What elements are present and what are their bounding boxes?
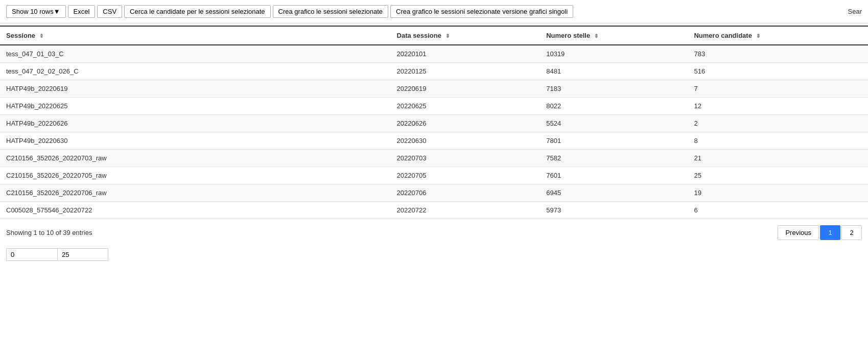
sort-data-icon: ⇕ (445, 33, 450, 39)
cell-data_sessione: 20220619 (391, 80, 541, 98)
cell-numero_candidate: 8 (688, 132, 868, 150)
pagination: Previous 1 2 (778, 225, 862, 240)
data-table: Sessione ⇕ Data sessione ⇕ Numero stelle… (0, 26, 868, 219)
cell-sessione: C005028_575546_20220722 (0, 202, 391, 219)
cell-data_sessione: 20220125 (391, 63, 541, 80)
page-2-button[interactable]: 2 (841, 225, 862, 240)
table-row: tess_047_02_02_026_C202201258481516 (0, 63, 868, 80)
table-body: tess_047_01_03_C2022010110319783tess_047… (0, 45, 868, 219)
cell-data_sessione: 20220703 (391, 150, 541, 167)
cell-sessione: C210156_352026_20220705_raw (0, 167, 391, 184)
col-data-sessione[interactable]: Data sessione ⇕ (391, 26, 541, 45)
cell-sessione: HATP49b_20220626 (0, 115, 391, 132)
cell-numero_stelle: 10319 (540, 45, 688, 63)
cell-data_sessione: 20220101 (391, 45, 541, 63)
cerca-button[interactable]: Cerca le candidate per le sessioni selez… (124, 5, 271, 18)
search-label: Sear (848, 8, 862, 15)
sort-stelle-icon: ⇕ (594, 33, 598, 39)
cell-numero_stelle: 8481 (540, 63, 688, 80)
cell-numero_candidate: 25 (688, 167, 868, 184)
cell-sessione: C210156_352026_20220703_raw (0, 150, 391, 167)
table-row: HATP49b_202206262022062655242 (0, 115, 868, 132)
table-row: HATP49b_2022062520220625802212 (0, 98, 868, 115)
cell-numero_candidate: 12 (688, 98, 868, 115)
cell-sessione: tess_047_02_02_026_C (0, 63, 391, 80)
cell-data_sessione: 20220625 (391, 98, 541, 115)
cell-numero_candidate: 19 (688, 184, 868, 202)
table-row: C210156_352026_20220705_raw2022070576012… (0, 167, 868, 184)
range-to-input[interactable] (57, 248, 108, 261)
page-1-button[interactable]: 1 (820, 225, 840, 240)
csv-button[interactable]: CSV (97, 5, 122, 18)
cell-sessione: tess_047_01_03_C (0, 45, 391, 63)
showing-text: Showing 1 to 10 of 39 entries (6, 229, 92, 236)
cell-numero_stelle: 6945 (540, 184, 688, 202)
cell-sessione: HATP49b_20220619 (0, 80, 391, 98)
cell-numero_stelle: 7183 (540, 80, 688, 98)
cell-numero_stelle: 7582 (540, 150, 688, 167)
table-row: C005028_575546_202207222022072259736 (0, 202, 868, 219)
cell-data_sessione: 20220706 (391, 184, 541, 202)
excel-button[interactable]: Excel (68, 5, 96, 18)
cell-data_sessione: 20220626 (391, 115, 541, 132)
col-sessione[interactable]: Sessione ⇕ (0, 26, 391, 45)
cell-numero_stelle: 5524 (540, 115, 688, 132)
table-row: C210156_352026_20220706_raw2022070669451… (0, 184, 868, 202)
cell-numero_stelle: 5973 (540, 202, 688, 219)
cell-numero_candidate: 6 (688, 202, 868, 219)
table-header: Sessione ⇕ Data sessione ⇕ Numero stelle… (0, 26, 868, 45)
cell-numero_stelle: 7801 (540, 132, 688, 150)
cell-data_sessione: 20220630 (391, 132, 541, 150)
previous-button[interactable]: Previous (778, 225, 819, 240)
range-from-input[interactable] (6, 248, 57, 261)
col-numero-candidate[interactable]: Numero candidate ⇕ (688, 26, 868, 45)
cell-numero_candidate: 2 (688, 115, 868, 132)
cell-numero_candidate: 21 (688, 150, 868, 167)
cell-numero_candidate: 516 (688, 63, 868, 80)
cell-sessione: HATP49b_20220630 (0, 132, 391, 150)
cell-numero_candidate: 783 (688, 45, 868, 63)
table-row: C210156_352026_20220703_raw2022070375822… (0, 150, 868, 167)
table-row: tess_047_01_03_C2022010110319783 (0, 45, 868, 63)
footer-area: Showing 1 to 10 of 39 entries Previous 1… (0, 219, 868, 244)
toolbar: Show 10 rows▼ Excel CSV Cerca le candida… (0, 0, 868, 23)
table-row: HATP49b_202206302022063078018 (0, 132, 868, 150)
cell-data_sessione: 20220722 (391, 202, 541, 219)
sort-candidate-icon: ⇕ (756, 33, 760, 39)
col-numero-stelle[interactable]: Numero stelle ⇕ (540, 26, 688, 45)
cell-numero_candidate: 7 (688, 80, 868, 98)
cell-numero_stelle: 7601 (540, 167, 688, 184)
range-inputs (0, 244, 868, 265)
cell-sessione: C210156_352026_20220706_raw (0, 184, 391, 202)
cell-numero_stelle: 8022 (540, 98, 688, 115)
crea-grafico-button[interactable]: Crea grafico le sessioni selezionate (273, 5, 389, 18)
cell-sessione: HATP49b_20220625 (0, 98, 391, 115)
crea-grafico-singoli-button[interactable]: Crea grafico le sessioni selezionate ver… (390, 5, 573, 18)
table-row: HATP49b_202206192022061971837 (0, 80, 868, 98)
sort-sessione-icon: ⇕ (39, 33, 43, 39)
cell-data_sessione: 20220705 (391, 167, 541, 184)
show-rows-button[interactable]: Show 10 rows▼ (6, 5, 66, 18)
